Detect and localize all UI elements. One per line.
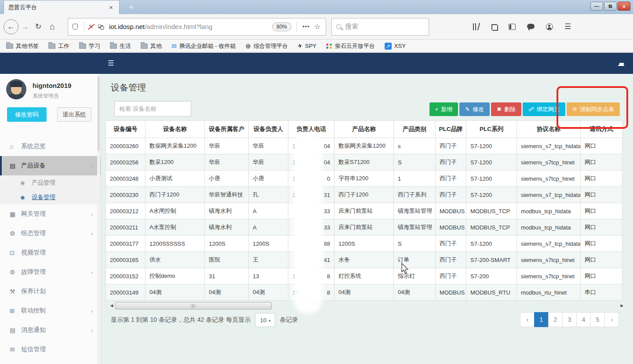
account-icon[interactable] [546, 23, 553, 30]
table-cell: 数据网关采集1200 [146, 138, 205, 154]
page-actions-icon[interactable]: ••• [302, 23, 310, 30]
sidebar-item-message[interactable]: ▤消息通知‹ [0, 320, 101, 340]
table-cell: 字符串1200 [335, 171, 394, 187]
edit-button[interactable]: ✎修改 [459, 102, 490, 116]
table-cell: 华辰 [249, 138, 288, 154]
pager-page-5[interactable]: 5 [590, 312, 605, 327]
browser-home-button[interactable]: ⌂ [45, 22, 60, 32]
sidebar-item-workshop[interactable]: ▦车间管理 [0, 359, 101, 364]
horizontal-scrollbar[interactable]: ◀ ▶ [109, 302, 625, 309]
table-row[interactable]: 200003256数采1200华辰华辰104数采S71200S西门子S7-120… [106, 154, 622, 171]
shield-icon[interactable] [73, 24, 78, 30]
reload-button[interactable]: ↻ [32, 22, 45, 31]
browser-search-box[interactable]: 搜索 [331, 18, 429, 36]
sidebar-item-video[interactable]: ⊡视频管理 [0, 243, 101, 262]
device-table: 设备编号设备名称设备所属客户设备负责人负责人电话产品名称产品类别PLC品牌PLC… [106, 120, 622, 301]
table-row[interactable]: 200003165供水医院王41水务订单西门子S7-200-SMARTsieme… [106, 252, 622, 268]
pager-page-3[interactable]: 3 [562, 312, 577, 327]
device-search-input[interactable] [114, 101, 191, 116]
back-button[interactable]: ← [4, 19, 18, 34]
sidebar-item-device-mgmt[interactable]: ◉设备管理 [0, 190, 101, 204]
pager-next[interactable]: › [604, 312, 619, 327]
scrollbar-thumb[interactable] [115, 302, 272, 309]
sidebar-collapse-icon[interactable]: ☰ [108, 59, 114, 67]
table-row[interactable]: 200003152控制demo311318灯控系统指示灯西门子S7-200sie… [106, 268, 622, 284]
table-cell: 网口 [581, 154, 622, 171]
sidebar-item-sms[interactable]: ✉短信管理 [0, 340, 101, 359]
book-icon: ▤ [10, 162, 21, 169]
scroll-right-icon[interactable]: ▶ [619, 303, 625, 309]
sidebar-item-scada[interactable]: ⚙组态管理‹ [0, 224, 101, 243]
table-cell: 镇海泵站管理 [394, 203, 436, 219]
bookmark-tencent-mail[interactable]: ✉腾讯企业邮箱 - 收件箱 [171, 42, 236, 50]
close-button[interactable]: x [618, 2, 630, 11]
page-size-select[interactable]: 10 ▴ [255, 313, 275, 327]
table-cell: 小唐测试 [146, 171, 205, 187]
bookmark-ys-cloud[interactable]: 萤石云开放平台 [326, 42, 375, 50]
table-row[interactable]: 20000314904测04测04测15804测04测MODBUSMODBUS_… [106, 284, 622, 301]
sidebar-item-label: 产品管理 [32, 179, 55, 187]
pager-page-4[interactable]: 4 [576, 312, 591, 327]
bookmark-xsy[interactable]: ↗XSY [385, 43, 406, 50]
bookmark-spy[interactable]: ✈SPY [298, 43, 316, 49]
table-cell: 200003165 [106, 252, 146, 268]
sidebar-toggle-icon[interactable] [509, 24, 516, 30]
bookmark-study[interactable]: 学习 [79, 42, 100, 50]
table-row[interactable]: 200003211A水泵控制镇海水利A33庶来门前泵站镇海泵站管理MODBUSM… [106, 219, 622, 236]
forward-button[interactable]: → [18, 22, 32, 31]
permissions-icon[interactable] [98, 24, 105, 29]
delete-button[interactable]: ✖删除 [491, 102, 521, 116]
new-tab-button[interactable]: + [125, 2, 138, 13]
table-row[interactable]: 2000031771200SSSSSS1200S1200S881200SS西门子… [106, 236, 622, 252]
table-cell: 200003230 [106, 187, 146, 203]
bookmark-label: 其他书签 [16, 42, 39, 50]
table-cell: 水务 [335, 252, 394, 268]
sidebar-item-fault[interactable]: ⚙故障管理‹ [0, 262, 101, 282]
bookmark-star-icon[interactable]: ☆ [314, 22, 320, 31]
table-cell: 西门子1200 [146, 187, 205, 203]
sidebar-item-maintenance[interactable]: ⚒保养计划 [0, 282, 101, 301]
table-row[interactable]: 200003248小唐测试小唐小唐10字符串12001西门子S7-1200sie… [106, 171, 622, 187]
crop-icon[interactable] [491, 23, 497, 30]
url-bar[interactable]: ✎ iot.idosp.net/admin/index.html?lang 80… [68, 18, 326, 36]
pager-prev[interactable]: ‹ [520, 312, 535, 327]
sidebar-item-gateway[interactable]: ▦网关管理‹ [0, 204, 101, 224]
bookmark-misc[interactable]: 其他 [141, 42, 162, 50]
username: hignton2019 [33, 82, 71, 89]
chat-icon[interactable] [527, 24, 535, 29]
browser-tab[interactable]: 思普云平台 × [4, 0, 120, 14]
bookmark-mgmt-platform[interactable]: ⊕综合管理平台 [245, 42, 288, 50]
browser-toolbar: ← → ↻ ⌂ ✎ iot.idosp.net/admin/index.html… [0, 14, 633, 40]
monitor-icon: ⊡ [10, 249, 21, 256]
bookmark-life[interactable]: 生活 [110, 42, 131, 50]
menu-icon[interactable]: ☰ [564, 22, 571, 31]
table-row[interactable]: 200003260数据网关采集1200华辰华辰104数据网关采集1200s西门子… [106, 138, 622, 154]
pager-page-2[interactable]: 2 [548, 312, 563, 327]
sidebar-item-product-mgmt[interactable]: ◉产品管理 [0, 175, 101, 190]
tab-close-icon[interactable]: × [107, 4, 115, 11]
sidebar-item-linkage[interactable]: ⊞联动控制‹ [0, 301, 101, 320]
table-row[interactable]: 200003212A水闸控制镇海水利A33庶来门前泵站镇海泵站管理MODBUSM… [106, 203, 622, 219]
blocked-content-icon[interactable]: ✎ [87, 23, 95, 30]
app-navbar: ☰ [0, 53, 633, 74]
table-cell: 指示灯 [394, 268, 436, 284]
scroll-left-icon[interactable]: ◀ [109, 303, 114, 309]
sidebar-item-label: 短信管理 [21, 346, 46, 353]
pager-page-1[interactable]: 1 [534, 312, 549, 327]
restore-button[interactable]: ⧉ [604, 2, 617, 11]
library-icon[interactable] [473, 23, 479, 30]
add-button[interactable]: +新增 [429, 102, 458, 116]
sidebar-item-product-device[interactable]: ▤产品设备‹ [0, 156, 101, 175]
app-home-icon[interactable] [618, 59, 625, 66]
minimize-button[interactable]: — [590, 2, 603, 11]
bookmark-other[interactable]: 其他书签 [6, 42, 39, 50]
globe-icon: ⊕ [245, 42, 251, 50]
table-row[interactable]: 200003230西门子1200华辰智通科技孔131西门子1200西门子系列西门… [106, 187, 622, 203]
zoom-level-badge[interactable]: 80% [272, 22, 291, 31]
sidebar-scrollbar[interactable] [97, 74, 100, 364]
change-password-button[interactable]: 修改密码 [7, 107, 47, 122]
sidebar-item-overview[interactable]: ⌂系统总览 [0, 137, 101, 156]
logout-button[interactable]: 退出系统 [57, 107, 91, 122]
bookmark-work[interactable]: 工作 [48, 42, 69, 50]
table-cell: 200003211 [106, 219, 146, 236]
